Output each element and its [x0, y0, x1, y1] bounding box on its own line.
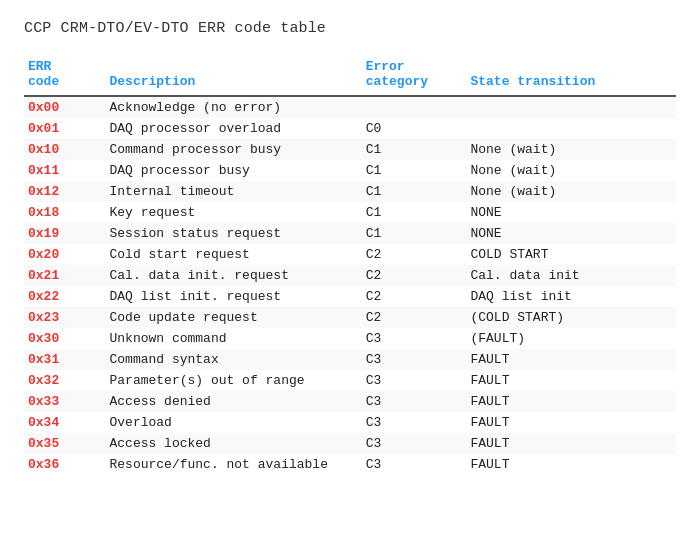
cell-description: Access locked [106, 433, 362, 454]
cell-description: Access denied [106, 391, 362, 412]
cell-err-code: 0x10 [24, 139, 106, 160]
cell-err-code: 0x32 [24, 370, 106, 391]
cell-state: FAULT [466, 412, 676, 433]
cell-state: None (wait) [466, 181, 676, 202]
cell-state: (COLD START) [466, 307, 676, 328]
cell-category: C3 [362, 454, 467, 475]
table-row: 0x20Cold start requestC2COLD START [24, 244, 676, 265]
table-row: 0x11DAQ processor busyC1None (wait) [24, 160, 676, 181]
table-row: 0x12Internal timeoutC1None (wait) [24, 181, 676, 202]
cell-description: Internal timeout [106, 181, 362, 202]
cell-err-code: 0x22 [24, 286, 106, 307]
table-row: 0x22DAQ list init. requestC2DAQ list ini… [24, 286, 676, 307]
cell-err-code: 0x30 [24, 328, 106, 349]
cell-state: COLD START [466, 244, 676, 265]
cell-state: NONE [466, 223, 676, 244]
page-title: CCP CRM-DTO/EV-DTO ERR code table [24, 20, 676, 37]
table-row: 0x30Unknown commandC3(FAULT) [24, 328, 676, 349]
cell-description: Key request [106, 202, 362, 223]
cell-category [362, 96, 467, 118]
cell-category: C3 [362, 433, 467, 454]
cell-description: Command syntax [106, 349, 362, 370]
cell-category: C3 [362, 328, 467, 349]
col-header-state: State transition [466, 55, 676, 96]
cell-err-code: 0x35 [24, 433, 106, 454]
cell-description: Code update request [106, 307, 362, 328]
cell-err-code: 0x11 [24, 160, 106, 181]
cell-state: Cal. data init [466, 265, 676, 286]
cell-state: FAULT [466, 370, 676, 391]
cell-err-code: 0x34 [24, 412, 106, 433]
cell-description: Cold start request [106, 244, 362, 265]
cell-category: C1 [362, 181, 467, 202]
cell-err-code: 0x23 [24, 307, 106, 328]
cell-err-code: 0x19 [24, 223, 106, 244]
table-row: 0x21Cal. data init. requestC2Cal. data i… [24, 265, 676, 286]
table-row: 0x33Access deniedC3FAULT [24, 391, 676, 412]
table-row: 0x23Code update requestC2(COLD START) [24, 307, 676, 328]
table-row: 0x19Session status requestC1NONE [24, 223, 676, 244]
cell-state: DAQ list init [466, 286, 676, 307]
cell-category: C2 [362, 286, 467, 307]
cell-state: FAULT [466, 391, 676, 412]
table-row: 0x34OverloadC3FAULT [24, 412, 676, 433]
cell-category: C2 [362, 307, 467, 328]
cell-err-code: 0x00 [24, 96, 106, 118]
cell-category: C1 [362, 202, 467, 223]
cell-category: C3 [362, 370, 467, 391]
cell-description: DAQ processor busy [106, 160, 362, 181]
cell-category: C3 [362, 349, 467, 370]
col-header-desc: Description [106, 55, 362, 96]
cell-category: C1 [362, 160, 467, 181]
cell-err-code: 0x18 [24, 202, 106, 223]
cell-description: Cal. data init. request [106, 265, 362, 286]
cell-err-code: 0x31 [24, 349, 106, 370]
cell-category: C2 [362, 244, 467, 265]
cell-state: None (wait) [466, 160, 676, 181]
cell-err-code: 0x12 [24, 181, 106, 202]
cell-err-code: 0x21 [24, 265, 106, 286]
cell-description: Command processor busy [106, 139, 362, 160]
cell-state [466, 118, 676, 139]
cell-description: Resource/func. not available [106, 454, 362, 475]
cell-description: DAQ processor overload [106, 118, 362, 139]
cell-state: None (wait) [466, 139, 676, 160]
cell-err-code: 0x33 [24, 391, 106, 412]
cell-state: (FAULT) [466, 328, 676, 349]
cell-category: C1 [362, 223, 467, 244]
cell-category: C0 [362, 118, 467, 139]
table-row: 0x00Acknowledge (no error) [24, 96, 676, 118]
table-row: 0x32Parameter(s) out of rangeC3FAULT [24, 370, 676, 391]
cell-state: FAULT [466, 433, 676, 454]
col-header-cat: Errorcategory [362, 55, 467, 96]
table-row: 0x18Key requestC1NONE [24, 202, 676, 223]
cell-category: C3 [362, 391, 467, 412]
cell-description: Acknowledge (no error) [106, 96, 362, 118]
err-code-table: ERRcode Description Errorcategory State … [24, 55, 676, 475]
table-row: 0x35Access lockedC3FAULT [24, 433, 676, 454]
cell-state [466, 96, 676, 118]
table-row: 0x10Command processor busyC1None (wait) [24, 139, 676, 160]
cell-category: C2 [362, 265, 467, 286]
table-row: 0x31Command syntaxC3FAULT [24, 349, 676, 370]
table-row: 0x01DAQ processor overloadC0 [24, 118, 676, 139]
cell-description: DAQ list init. request [106, 286, 362, 307]
cell-state: FAULT [466, 454, 676, 475]
cell-description: Unknown command [106, 328, 362, 349]
cell-err-code: 0x20 [24, 244, 106, 265]
table-row: 0x36Resource/func. not availableC3FAULT [24, 454, 676, 475]
cell-description: Parameter(s) out of range [106, 370, 362, 391]
col-header-err: ERRcode [24, 55, 106, 96]
cell-category: C3 [362, 412, 467, 433]
cell-state: FAULT [466, 349, 676, 370]
cell-err-code: 0x36 [24, 454, 106, 475]
cell-state: NONE [466, 202, 676, 223]
cell-category: C1 [362, 139, 467, 160]
cell-description: Session status request [106, 223, 362, 244]
cell-err-code: 0x01 [24, 118, 106, 139]
cell-description: Overload [106, 412, 362, 433]
